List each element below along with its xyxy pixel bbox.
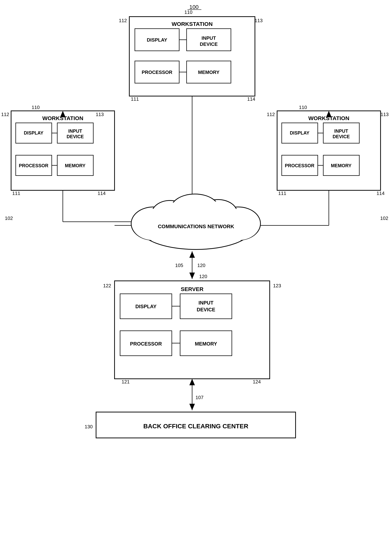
svg-text:114: 114	[98, 191, 106, 196]
svg-text:120: 120	[197, 263, 205, 268]
svg-text:DISPLAY: DISPLAY	[147, 37, 167, 43]
svg-rect-32	[57, 155, 93, 176]
svg-point-72	[152, 201, 188, 228]
svg-rect-89	[120, 294, 172, 319]
svg-point-74	[171, 194, 219, 224]
svg-rect-95	[120, 331, 172, 356]
svg-text:PROCESSOR: PROCESSOR	[19, 163, 48, 168]
svg-text:111: 111	[278, 191, 286, 196]
svg-text:MEMORY: MEMORY	[198, 70, 219, 75]
svg-text:100: 100	[189, 4, 199, 10]
svg-point-69	[139, 205, 253, 249]
svg-text:113: 113	[381, 112, 389, 117]
diagram-svg: WORKSTATION DISPLAY INPUT DEVICE PROCESS…	[0, 0, 392, 556]
svg-text:COMMUNICATIONS NETWORK: COMMUNICATIONS NETWORK	[158, 224, 234, 229]
svg-marker-21	[189, 206, 195, 213]
svg-text:111: 111	[131, 96, 139, 102]
svg-text:DEVICE: DEVICE	[200, 41, 218, 47]
svg-text:121: 121	[122, 379, 130, 385]
svg-text:110: 110	[31, 105, 39, 110]
svg-text:124: 124	[253, 379, 261, 385]
svg-point-73	[199, 200, 237, 227]
svg-point-75	[140, 206, 252, 248]
svg-text:MEMORY: MEMORY	[65, 163, 85, 168]
svg-marker-107	[189, 379, 195, 385]
svg-text:120: 120	[199, 274, 207, 279]
svg-rect-97	[180, 331, 232, 356]
svg-text:123: 123	[273, 283, 281, 288]
svg-text:130: 130	[85, 424, 92, 429]
svg-text:112: 112	[1, 112, 9, 117]
svg-text:114: 114	[377, 191, 384, 196]
svg-marker-106	[189, 404, 195, 410]
svg-point-80	[172, 196, 218, 224]
svg-point-77	[217, 209, 260, 240]
svg-text:112: 112	[267, 112, 275, 117]
svg-text:112: 112	[119, 18, 127, 23]
svg-text:INPUT: INPUT	[68, 128, 82, 134]
svg-text:110: 110	[299, 105, 307, 110]
svg-rect-2	[135, 29, 179, 51]
svg-marker-45	[60, 111, 66, 117]
svg-point-79	[200, 201, 237, 227]
svg-point-70	[131, 207, 176, 240]
svg-text:113: 113	[254, 18, 262, 23]
svg-rect-54	[282, 155, 318, 176]
svg-text:INPUT: INPUT	[334, 128, 348, 134]
svg-text:DISPLAY: DISPLAY	[135, 304, 157, 309]
svg-rect-91	[180, 294, 232, 319]
svg-text:DEVICE: DEVICE	[332, 134, 350, 139]
svg-point-71	[216, 207, 261, 240]
svg-rect-46	[277, 111, 381, 190]
svg-rect-30	[16, 155, 52, 176]
svg-text:WORKSTATION: WORKSTATION	[308, 115, 349, 121]
svg-text:INPUT: INPUT	[201, 35, 216, 41]
svg-text:DEVICE: DEVICE	[67, 134, 84, 139]
svg-point-78	[152, 202, 187, 228]
svg-text:PROCESSOR: PROCESSOR	[285, 163, 315, 168]
svg-marker-64	[326, 111, 332, 117]
svg-text:WORKSTATION: WORKSTATION	[42, 115, 83, 121]
svg-text:110: 110	[184, 9, 192, 15]
svg-rect-10	[187, 61, 231, 83]
svg-text:122: 122	[103, 283, 111, 288]
svg-rect-24	[16, 123, 52, 143]
svg-rect-109	[96, 412, 296, 438]
svg-rect-26	[57, 123, 93, 143]
svg-text:102: 102	[5, 216, 13, 221]
svg-text:DISPLAY: DISPLAY	[24, 130, 43, 135]
svg-marker-44	[133, 223, 138, 228]
svg-text:102: 102	[380, 216, 388, 221]
svg-rect-48	[282, 123, 318, 143]
svg-text:114: 114	[247, 96, 255, 102]
diagram: WORKSTATION DISPLAY INPUT DEVICE PROCESS…	[0, 0, 392, 556]
svg-text:PROCESSOR: PROCESSOR	[130, 341, 162, 347]
svg-text:107: 107	[195, 395, 203, 400]
svg-rect-8	[135, 61, 179, 83]
svg-marker-83	[189, 272, 195, 279]
svg-rect-0	[129, 17, 255, 96]
svg-text:SERVER: SERVER	[181, 286, 204, 292]
svg-text:BACK OFFICE CLEARING CENTER: BACK OFFICE CLEARING CENTER	[143, 423, 248, 430]
svg-text:DISPLAY: DISPLAY	[290, 130, 309, 135]
svg-text:DEVICE: DEVICE	[197, 307, 215, 312]
svg-text:MEMORY: MEMORY	[331, 163, 352, 168]
svg-text:105: 105	[175, 263, 183, 268]
svg-rect-4	[187, 29, 231, 51]
svg-rect-22	[11, 111, 115, 190]
svg-text:113: 113	[96, 112, 104, 117]
svg-marker-68	[253, 223, 259, 228]
svg-marker-84	[189, 251, 195, 258]
svg-rect-87	[115, 281, 270, 379]
svg-text:MEMORY: MEMORY	[195, 341, 217, 347]
svg-rect-50	[323, 123, 359, 143]
svg-point-76	[132, 209, 175, 240]
svg-text:PROCESSOR: PROCESSOR	[142, 70, 172, 75]
svg-rect-56	[323, 155, 359, 176]
svg-text:111: 111	[12, 191, 20, 196]
svg-text:WORKSTATION: WORKSTATION	[172, 21, 213, 27]
svg-text:INPUT: INPUT	[199, 300, 214, 306]
